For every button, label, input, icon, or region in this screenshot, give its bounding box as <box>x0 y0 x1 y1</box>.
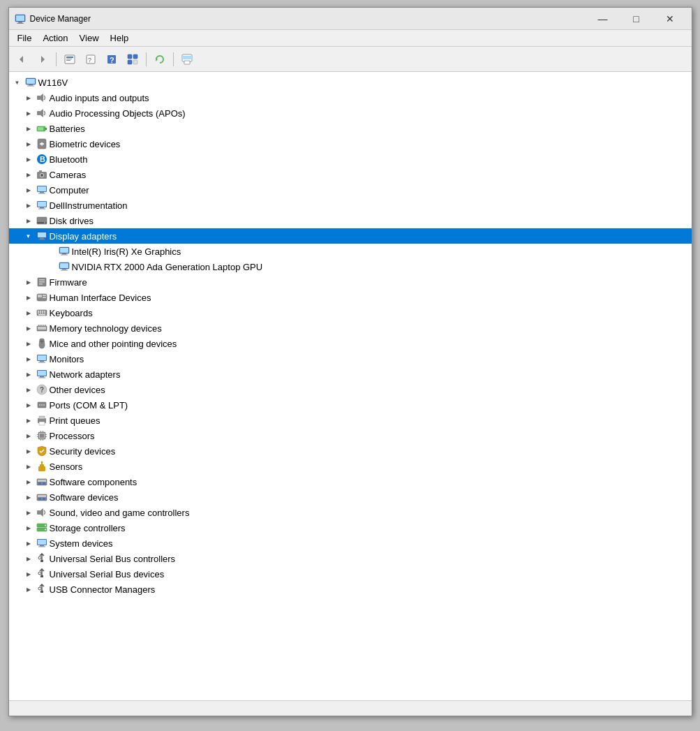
expand-icon-hid[interactable] <box>23 292 34 303</box>
expand-icon-usb-ctrl[interactable] <box>23 553 34 564</box>
tree-row-sensors[interactable]: Sensors <box>9 459 692 474</box>
expand-icon-storage[interactable] <box>23 522 34 533</box>
expand-icon-usb-dev[interactable] <box>23 568 34 579</box>
tree-item-biometric: Biometric devices <box>9 136 692 152</box>
minimize-button[interactable]: — <box>587 9 619 29</box>
svg-rect-32 <box>38 127 43 131</box>
expand-icon-root[interactable] <box>12 77 23 88</box>
svg-rect-9 <box>66 60 70 61</box>
tree-row-usb-dev[interactable]: Universal Serial Bus devices <box>9 566 692 582</box>
expand-icon-other[interactable] <box>23 384 34 395</box>
expand-icon-disk[interactable] <box>23 215 34 226</box>
svg-marker-5 <box>41 56 45 63</box>
expand-icon-batteries[interactable] <box>23 123 34 134</box>
tree-row-print[interactable]: Print queues <box>9 413 692 428</box>
expand-icon-keyboards[interactable] <box>23 307 34 318</box>
tree-row-sound[interactable]: Sound, video and game controllers <box>9 505 692 520</box>
tree-row-sw-components[interactable]: Software components <box>9 474 692 489</box>
content-area[interactable]: W116V <box>9 72 692 700</box>
expand-icon-cameras[interactable] <box>23 169 34 180</box>
tree-row-computer[interactable]: Computer <box>9 182 692 198</box>
help-button[interactable]: ? <box>102 50 121 68</box>
svg-rect-7 <box>66 57 73 58</box>
tree-row-cameras[interactable]: Cameras <box>9 167 692 182</box>
close-button[interactable]: ✕ <box>654 9 686 29</box>
tree-row-dell[interactable]: DellInstrumentation <box>9 198 692 213</box>
tree-row-storage[interactable]: Storage controllers <box>9 520 692 536</box>
expand-icon-sw-components[interactable] <box>23 476 34 487</box>
tree-row-disk[interactable]: Disk drives <box>9 213 692 228</box>
svg-rect-139 <box>38 547 45 547</box>
menu-action[interactable]: Action <box>37 31 73 45</box>
tree-row-firmware[interactable]: Firmware <box>9 274 692 290</box>
tree-row-audio-io[interactable]: Audio inputs and outputs <box>9 90 692 105</box>
tree-row-biometric[interactable]: Biometric devices <box>9 136 692 152</box>
menu-view[interactable]: View <box>74 31 105 45</box>
tree-row-monitors[interactable]: Monitors <box>9 351 692 367</box>
expand-icon-network[interactable] <box>23 369 34 380</box>
maximize-button[interactable]: □ <box>620 9 653 29</box>
expand-icon-computer[interactable] <box>23 184 34 195</box>
tree-item-print: Print queues <box>9 413 692 428</box>
tree-row-apo[interactable]: Audio Processing Objects (APOs) <box>9 105 692 121</box>
expand-icon-system[interactable] <box>23 538 34 549</box>
tree-item-system: System devices <box>9 536 692 551</box>
expand-icon-memory[interactable] <box>23 323 34 334</box>
expand-icon-firmware[interactable] <box>23 276 34 288</box>
tree-row-system[interactable]: System devices <box>9 536 692 551</box>
scan-button[interactable]: ? <box>81 50 100 68</box>
expand-icon-sensors[interactable] <box>23 461 34 472</box>
svg-point-134 <box>45 525 46 526</box>
tree-row-usb-conn[interactable]: USB Connector Managers <box>9 582 692 597</box>
expand-icon-print[interactable] <box>23 415 34 426</box>
tree-row-bluetooth[interactable]: B Bluetooth <box>9 152 692 167</box>
tree-row-keyboards[interactable]: Keyboards <box>9 305 692 320</box>
expand-icon-bluetooth[interactable] <box>23 154 34 165</box>
tree-row-memory[interactable]: Memory technology devices <box>9 320 692 336</box>
tree-label-root: W116V <box>38 77 68 88</box>
tree-row-mice[interactable]: Mice and other pointing devices <box>9 336 692 351</box>
expand-button[interactable] <box>123 50 142 68</box>
expand-icon-biometric[interactable] <box>23 138 34 149</box>
svg-rect-59 <box>61 255 68 256</box>
print-button[interactable] <box>177 50 197 68</box>
menu-help[interactable]: Help <box>105 31 135 45</box>
expand-icon-monitors[interactable] <box>23 353 34 364</box>
tree-label-usb-ctrl: Universal Serial Bus controllers <box>50 554 176 564</box>
expand-icon-apo[interactable] <box>23 108 34 119</box>
tree-row-network[interactable]: Network adapters <box>9 367 692 382</box>
expand-icon-security[interactable] <box>23 445 34 457</box>
back-button[interactable] <box>12 50 31 68</box>
sound-icon <box>36 507 47 518</box>
tree-item-keyboards: Keyboards <box>9 305 692 320</box>
svg-rect-71 <box>43 297 46 298</box>
expand-icon-display[interactable] <box>23 230 34 242</box>
expand-icon-audio-io[interactable] <box>23 92 34 103</box>
expand-icon-usb-conn[interactable] <box>23 584 34 595</box>
tree-row-batteries[interactable]: Batteries <box>9 121 692 136</box>
tree-row-nvidia-gpu[interactable]: NVIDIA RTX 2000 Ada Generation Laptop GP… <box>9 259 692 274</box>
expand-icon-sound[interactable] <box>23 507 34 518</box>
expand-icon-ports[interactable] <box>23 399 34 411</box>
tree-row-hid[interactable]: Human Interface Devices <box>9 290 692 305</box>
expand-icon-mice[interactable] <box>23 338 34 349</box>
forward-button[interactable] <box>33 50 52 68</box>
tree-row-ports[interactable]: Ports (COM & LPT) <box>9 397 692 413</box>
expand-icon-processors[interactable] <box>23 430 34 441</box>
properties-button[interactable] <box>60 50 80 68</box>
expand-icon-dell[interactable] <box>23 200 34 211</box>
tree-row-display[interactable]: Display adapters <box>9 228 692 244</box>
svg-rect-42 <box>38 186 46 191</box>
refresh-button[interactable] <box>150 50 170 68</box>
tree-row-processors[interactable]: Processors <box>9 428 692 443</box>
expand-icon-sw-devices[interactable] <box>23 492 34 503</box>
tree-row-root[interactable]: W116V <box>9 75 692 90</box>
tree-row-security[interactable]: Security devices <box>9 443 692 459</box>
tree-row-intel-gpu[interactable]: Intel(R) Iris(R) Xe Graphics <box>9 244 692 259</box>
tree-row-usb-ctrl[interactable]: Universal Serial Bus controllers <box>9 551 692 566</box>
tree-row-other[interactable]: ? Other devices <box>9 382 692 397</box>
tree-item-monitors: Monitors <box>9 351 692 367</box>
tree-row-sw-devices[interactable]: Software devices <box>9 489 692 505</box>
tree-label-dell: DellInstrumentation <box>50 200 128 211</box>
menu-file[interactable]: File <box>12 31 38 45</box>
